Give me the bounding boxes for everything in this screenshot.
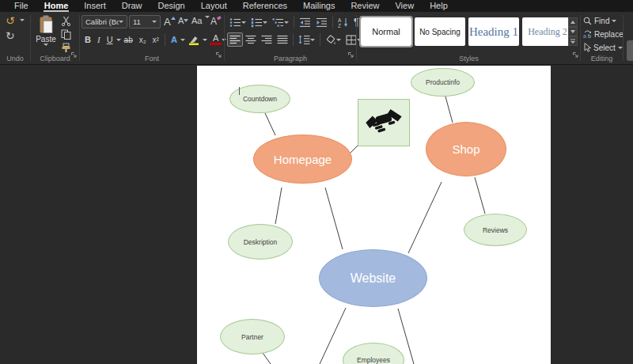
replace-button[interactable]: ab Replace <box>583 28 624 40</box>
shape-deskription[interactable]: Deskription <box>228 224 293 260</box>
shape-homepage-label: Homepage <box>274 153 332 166</box>
clear-formatting-button[interactable]: A <box>210 16 222 27</box>
shading-button[interactable] <box>323 32 343 47</box>
align-left-button[interactable] <box>227 32 243 47</box>
bullets-button[interactable] <box>227 15 248 30</box>
menu-references[interactable]: References <box>235 0 295 12</box>
align-right-button[interactable] <box>259 32 275 47</box>
line-productinfo-shop <box>445 97 453 123</box>
style-heading-1[interactable]: Heading 1 <box>468 17 519 46</box>
highlighter-icon <box>188 34 199 45</box>
document-canvas: Countdown Productinfo <box>0 66 633 364</box>
font-group-label: Font <box>80 55 224 63</box>
menu-layout[interactable]: Layout <box>193 0 235 12</box>
paste-dropdown-icon[interactable] <box>44 44 48 46</box>
shape-shop-label: Shop <box>452 142 479 156</box>
find-button[interactable]: Find <box>583 15 616 26</box>
styles-more-icon[interactable] <box>568 36 578 46</box>
style-normal-label: Normal <box>372 27 400 36</box>
text-effects-button[interactable]: A <box>168 35 180 44</box>
group-divider <box>623 15 624 61</box>
shape-deskription-label: Deskription <box>244 238 278 246</box>
menu-draw[interactable]: Draw <box>114 0 150 12</box>
shape-reviews-label: Reviews <box>483 226 508 234</box>
sort-z: Z <box>338 23 341 28</box>
redo-icon[interactable]: ↻ <box>6 29 15 42</box>
line-homepage-deskription <box>275 188 282 224</box>
justify-button[interactable] <box>275 32 290 47</box>
font-family-select[interactable]: Calibri (Body) <box>81 15 127 28</box>
style-heading-2-label: Heading 2 <box>528 26 567 38</box>
multilevel-dropdown-icon <box>284 21 289 24</box>
superscript-button[interactable]: x² <box>150 36 162 44</box>
paste-button[interactable]: Paste <box>34 15 58 56</box>
shape-productinfo[interactable]: Productinfo <box>411 68 475 97</box>
menu-insert[interactable]: Insert <box>76 0 114 12</box>
group-clipboard: Paste <box>31 12 79 64</box>
cut-icon[interactable] <box>61 16 71 26</box>
underline-button[interactable]: U <box>104 35 116 44</box>
shape-shop[interactable]: Shop <box>426 122 506 176</box>
group-styles: Normal No Spacing Heading 1 Heading 2 St… <box>357 12 581 64</box>
undo-icon[interactable]: ↺ <box>6 14 15 27</box>
highlight-dropdown-icon[interactable] <box>203 39 207 41</box>
replace-label: Replace <box>594 30 624 39</box>
cursor-arrow-icon <box>583 43 591 52</box>
style-normal[interactable]: Normal <box>361 17 411 46</box>
numbering-button[interactable] <box>248 15 270 30</box>
grow-font-button[interactable]: A <box>164 16 176 28</box>
find-dropdown-icon <box>612 20 616 22</box>
menu-bar: File Home Insert Draw Design Layout Refe… <box>0 0 633 12</box>
line-countdown-homepage <box>265 113 275 135</box>
italic-button[interactable]: I <box>94 35 104 44</box>
multilevel-list-button[interactable] <box>270 15 291 30</box>
decrease-indent-button[interactable] <box>297 15 313 30</box>
style-no-spacing[interactable]: No Spacing <box>415 17 465 46</box>
menu-design[interactable]: Design <box>150 0 192 12</box>
menu-view[interactable]: View <box>387 0 422 12</box>
font-color-button[interactable]: A <box>210 34 222 45</box>
sort-a: A <box>338 17 342 23</box>
shrink-font-button[interactable]: A <box>178 16 188 25</box>
menu-review[interactable]: Review <box>343 0 387 12</box>
style-no-spacing-label: No Spacing <box>419 28 461 36</box>
font-family-dropdown-icon <box>119 21 123 23</box>
undo-dropdown-icon[interactable] <box>20 19 25 21</box>
line-spacing-button[interactable] <box>296 32 317 47</box>
menu-home[interactable]: Home <box>36 0 77 12</box>
font-size-select[interactable]: 11 <box>129 15 161 28</box>
style-heading-1-label: Heading 1 <box>469 25 518 39</box>
increase-indent-button[interactable] <box>313 15 330 30</box>
style-heading-2[interactable]: Heading 2 <box>522 17 573 46</box>
shape-homepage[interactable]: Homepage <box>253 135 352 184</box>
change-case-button[interactable]: Aa <box>191 16 210 25</box>
align-center-button[interactable] <box>243 32 259 47</box>
shape-website[interactable]: Website <box>319 249 427 307</box>
styles-scroll-down-icon[interactable] <box>568 27 578 36</box>
menu-mailings[interactable]: Mailings <box>295 0 343 12</box>
menu-file[interactable]: File <box>6 0 36 12</box>
replace-icon: ab <box>583 30 592 39</box>
shape-countdown-label: Countdown <box>243 95 277 103</box>
shape-partner[interactable]: Partner <box>220 319 285 355</box>
select-button[interactable]: Select <box>583 42 623 53</box>
sort-button[interactable]: AZ <box>335 15 351 30</box>
bold-button[interactable]: B <box>81 35 94 44</box>
select-dropdown-icon <box>618 47 623 49</box>
shading-dropdown-icon <box>336 39 341 41</box>
shape-handshake-box[interactable] <box>358 99 410 146</box>
styles-scroll-up-icon[interactable] <box>568 17 578 27</box>
ribbon-overflow-button[interactable] <box>627 40 633 61</box>
paste-clipboard-icon <box>38 15 54 34</box>
subscript-button[interactable]: x₂ <box>136 36 150 44</box>
copy-icon[interactable] <box>61 29 71 40</box>
clipboard-group-label: Clipboard <box>31 55 79 63</box>
menu-help[interactable]: Help <box>422 0 456 12</box>
highlight-button[interactable] <box>185 34 203 45</box>
numbering-dropdown-icon <box>263 21 267 24</box>
strikethrough-button[interactable]: ab <box>121 36 136 44</box>
font-family-value: Calibri (Body) <box>85 17 119 26</box>
shape-reviews[interactable]: Reviews <box>464 214 527 246</box>
document-page[interactable]: Countdown Productinfo <box>197 66 551 364</box>
line-spacing-dropdown-icon <box>310 39 315 41</box>
